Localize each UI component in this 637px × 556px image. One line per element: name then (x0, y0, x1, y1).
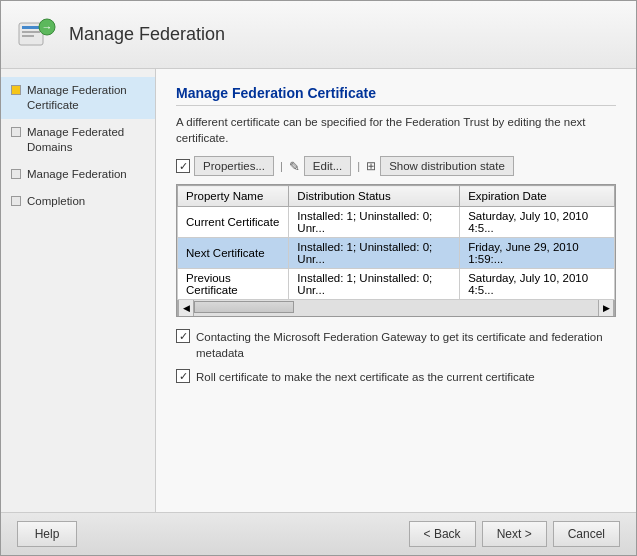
separator2: | (357, 160, 360, 172)
federation-icon: → (17, 15, 57, 55)
sidebar-item-manage-federated-domains[interactable]: Manage Federated Domains (1, 119, 155, 161)
scroll-left-arrow[interactable]: ◀ (178, 300, 194, 316)
description: A different certificate can be specified… (176, 114, 616, 146)
option-row-1: Contacting the Microsoft Federation Gate… (176, 329, 616, 361)
cell-status: Installed: 1; Uninstalled: 0; Unr... (289, 207, 460, 238)
table-row[interactable]: Current Certificate Installed: 1; Uninst… (178, 207, 615, 238)
svg-rect-2 (22, 31, 40, 33)
properties-checkbox[interactable] (176, 159, 190, 173)
sidebar-dot (11, 85, 21, 95)
scroll-thumb[interactable] (194, 301, 294, 313)
table-scroll: Property Name Distribution Status Expira… (177, 185, 615, 300)
sidebar: Manage Federation Certificate Manage Fed… (1, 69, 156, 512)
help-button[interactable]: Help (17, 521, 77, 547)
svg-rect-3 (22, 35, 34, 37)
main-content: Manage Federation Certificate A differen… (156, 69, 636, 512)
option2-label: Roll certificate to make the next certif… (196, 369, 535, 385)
options-section: Contacting the Microsoft Federation Gate… (176, 329, 616, 385)
cell-expiration: Saturday, July 10, 2010 4:5... (460, 269, 615, 300)
toolbar: Properties... | ✎ Edit... | ⊞ Show distr… (176, 156, 616, 176)
svg-rect-1 (22, 26, 40, 29)
option2-checkbox[interactable] (176, 369, 190, 383)
dialog: → Manage Federation Manage Federation Ce… (0, 0, 637, 556)
sidebar-dot (11, 169, 21, 179)
cell-property: Next Certificate (178, 238, 289, 269)
show-distribution-button[interactable]: Show distribution state (380, 156, 514, 176)
separator1: | (280, 160, 283, 172)
scroll-track[interactable] (194, 300, 598, 316)
sidebar-item-completion[interactable]: Completion (1, 188, 155, 215)
option-row-2: Roll certificate to make the next certif… (176, 369, 616, 385)
footer-left: Help (17, 521, 77, 547)
option1-label: Contacting the Microsoft Federation Gate… (196, 329, 616, 361)
dialog-body: Manage Federation Certificate Manage Fed… (1, 69, 636, 512)
distribute-icon: ⊞ (366, 159, 376, 173)
table-row[interactable]: Previous Certificate Installed: 1; Unins… (178, 269, 615, 300)
cancel-button[interactable]: Cancel (553, 521, 620, 547)
dialog-footer: Help < Back Next > Cancel (1, 512, 636, 555)
back-button[interactable]: < Back (409, 521, 476, 547)
horizontal-scrollbar[interactable]: ◀ ▶ (177, 300, 615, 316)
dialog-header: → Manage Federation (1, 1, 636, 69)
edit-button[interactable]: Edit... (304, 156, 351, 176)
sidebar-item-manage-federation[interactable]: Manage Federation (1, 161, 155, 188)
properties-button[interactable]: Properties... (194, 156, 274, 176)
certificate-table-wrapper: Property Name Distribution Status Expira… (176, 184, 616, 317)
cell-status: Installed: 1; Uninstalled: 0; Unr... (289, 269, 460, 300)
cell-status: Installed: 1; Uninstalled: 0; Unr... (289, 238, 460, 269)
certificate-table: Property Name Distribution Status Expira… (177, 185, 615, 300)
sidebar-item-manage-federation-certificate[interactable]: Manage Federation Certificate (1, 77, 155, 119)
cell-property: Previous Certificate (178, 269, 289, 300)
cell-expiration: Saturday, July 10, 2010 4:5... (460, 207, 615, 238)
sidebar-dot (11, 127, 21, 137)
sidebar-dot (11, 196, 21, 206)
cell-property: Current Certificate (178, 207, 289, 238)
col-expiration-date: Expiration Date (460, 186, 615, 207)
col-property-name: Property Name (178, 186, 289, 207)
cell-expiration: Friday, June 29, 2010 1:59:... (460, 238, 615, 269)
footer-right: < Back Next > Cancel (409, 521, 620, 547)
col-distribution-status: Distribution Status (289, 186, 460, 207)
table-row[interactable]: Next Certificate Installed: 1; Uninstall… (178, 238, 615, 269)
pencil-icon: ✎ (289, 159, 300, 174)
svg-text:→: → (42, 21, 53, 33)
next-button[interactable]: Next > (482, 521, 547, 547)
scroll-right-arrow[interactable]: ▶ (598, 300, 614, 316)
section-title: Manage Federation Certificate (176, 85, 616, 106)
option1-checkbox[interactable] (176, 329, 190, 343)
dialog-title: Manage Federation (69, 24, 225, 45)
